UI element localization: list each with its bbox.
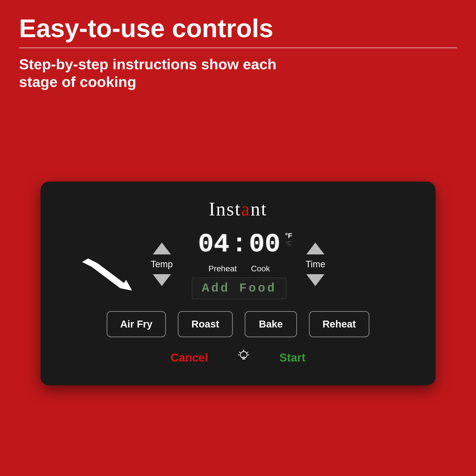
- time-down-button[interactable]: [306, 274, 324, 286]
- time-up-button[interactable]: [306, 242, 324, 255]
- digit-hours: 04: [198, 229, 229, 259]
- pointer-arrow-icon: [79, 251, 145, 294]
- roast-button[interactable]: Roast: [178, 311, 233, 337]
- svg-line-6: [247, 352, 248, 353]
- bake-button[interactable]: Bake: [245, 311, 297, 337]
- time-control: Time: [306, 242, 325, 286]
- temp-down-arrow-icon: [153, 274, 171, 286]
- page-wrapper: Easy-to-use controls Step-by-step instru…: [0, 0, 476, 476]
- cancel-button[interactable]: Cancel: [171, 351, 208, 364]
- light-button[interactable]: [237, 349, 251, 366]
- main-display: 04 : 00 °F °C: [198, 229, 280, 259]
- main-title: Easy-to-use controls: [19, 14, 457, 43]
- brand-logo-text: Instant: [209, 199, 267, 220]
- control-panel: Instant: [40, 182, 436, 385]
- logo-prefix: Inst: [209, 199, 241, 220]
- svg-marker-0: [82, 258, 126, 288]
- time-down-arrow-icon: [306, 274, 324, 286]
- logo-dot: a: [241, 199, 251, 220]
- reheat-button[interactable]: Reheat: [309, 311, 369, 337]
- preheat-label: Preheat: [208, 264, 237, 273]
- message-display: Add Food: [192, 277, 287, 299]
- light-icon: [237, 349, 251, 366]
- brand-logo: Instant: [64, 198, 412, 220]
- unit-celsius: °C: [285, 240, 292, 247]
- arrow-indicator: [79, 251, 145, 294]
- temp-up-button[interactable]: [153, 242, 171, 255]
- light-bulb-icon: [237, 349, 251, 363]
- bottom-controls: Cancel: [64, 349, 412, 366]
- digit-minutes: 00: [249, 229, 280, 259]
- time-digits: 04 : 00 °F °C: [198, 229, 280, 259]
- subtitle: Step-by-step instructions show each stag…: [19, 55, 305, 91]
- svg-point-2: [240, 352, 247, 358]
- svg-line-7: [239, 352, 240, 353]
- air-fry-button[interactable]: Air Fry: [107, 311, 166, 337]
- center-display: 04 : 00 °F °C Preheat Cook: [192, 229, 287, 299]
- temp-unit: °F °C: [285, 231, 292, 247]
- temp-label: Temp: [151, 259, 173, 270]
- colon: :: [229, 229, 249, 259]
- time-up-arrow-icon: [306, 242, 324, 255]
- stage-labels: Preheat Cook: [208, 264, 270, 273]
- cooking-buttons: Air Fry Roast Bake Reheat: [64, 311, 412, 337]
- display-section: Temp 04 : 00 °F °C: [64, 229, 412, 299]
- panel-container: Instant: [19, 105, 457, 462]
- temp-down-button[interactable]: [153, 274, 171, 286]
- message-text: Add Food: [202, 281, 276, 295]
- unit-fahrenheit: °F: [285, 231, 292, 240]
- temp-control: Temp: [151, 242, 173, 286]
- divider: [19, 47, 457, 48]
- logo-suffix: nt: [251, 199, 267, 220]
- cook-label: Cook: [251, 264, 270, 273]
- start-button[interactable]: Start: [279, 351, 305, 364]
- temp-up-arrow-icon: [153, 242, 171, 255]
- time-label: Time: [306, 259, 325, 270]
